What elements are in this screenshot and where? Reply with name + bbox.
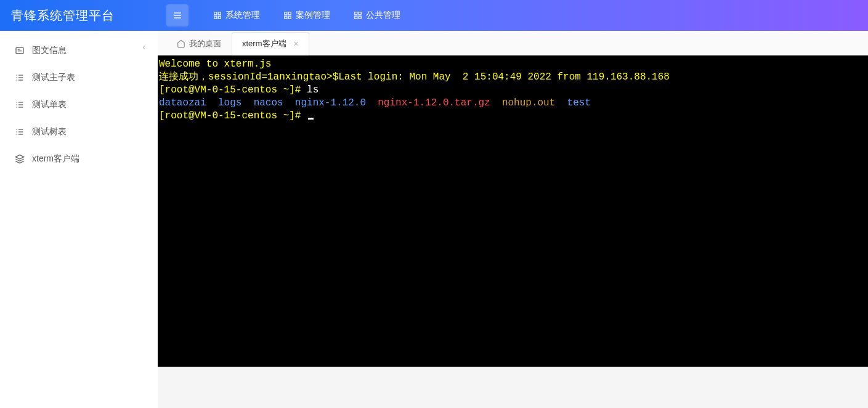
sidebar-item-image-text[interactable]: 图文信息 [0, 37, 158, 64]
svg-rect-4 [218, 12, 221, 15]
sidebar-item-label: 测试树表 [32, 126, 67, 137]
ls-dir: logs [218, 97, 241, 108]
nav-label: 案例管理 [296, 10, 330, 21]
svg-rect-14 [359, 16, 361, 18]
sidebar-item-xterm[interactable]: xterm客户端 [0, 145, 158, 173]
list-icon [15, 100, 25, 110]
ls-dir: nacos [254, 97, 283, 108]
terminal-cursor [308, 118, 314, 120]
svg-rect-3 [214, 12, 217, 15]
sidebar-item-label: xterm客户端 [32, 153, 79, 165]
ls-archive: nginx-1.12.0.tar.gz [378, 97, 490, 108]
tab-xterm[interactable]: xterm客户端 × [232, 32, 309, 55]
stack-icon [15, 154, 25, 164]
sidebar-item-label: 测试主子表 [32, 72, 75, 83]
sidebar-toggle-button[interactable] [166, 4, 189, 27]
home-icon [177, 39, 185, 48]
top-nav: 系统管理 案例管理 公共管理 [213, 10, 400, 21]
nav-label: 公共管理 [366, 10, 400, 21]
terminal-prompt: [root@VM-0-15-centos ~]# [159, 84, 307, 96]
list-icon [15, 73, 25, 83]
svg-rect-8 [288, 12, 291, 15]
svg-rect-6 [218, 16, 221, 18]
terminal-prompt: [root@VM-0-15-centos ~]# [159, 110, 307, 121]
svg-rect-12 [359, 12, 361, 15]
tab-desktop[interactable]: 我的桌面 [166, 32, 232, 55]
sidebar-item-label: 测试单表 [32, 99, 67, 110]
sidebar-item-master-child[interactable]: 测试主子表 [0, 64, 158, 91]
terminal-command: ls [307, 84, 318, 96]
terminal-output[interactable]: Welcome to xterm.js 连接成功，sessionId=1anxi… [158, 55, 868, 367]
terminal-line: 连接成功，sessionId=1anxingtao>$Last login: M… [159, 71, 670, 83]
card-icon [15, 46, 25, 55]
svg-marker-36 [15, 155, 23, 159]
top-header: 青锋系统管理平台 系统管理 案例管理 公共管理 [0, 0, 868, 31]
close-icon[interactable]: × [294, 39, 299, 49]
tab-bar: 我的桌面 xterm客户端 × [158, 31, 868, 55]
ls-dir: test [567, 97, 591, 108]
menu-icon [172, 10, 182, 20]
main-area: 我的桌面 xterm客户端 × Welcome to xterm.js 连接成功… [158, 31, 868, 408]
sidebar-item-tree-table[interactable]: 测试树表 [0, 118, 158, 145]
sidebar: 图文信息 测试主子表 测试单表 测试树表 xterm客户端 [0, 31, 158, 408]
grid-icon [354, 11, 362, 20]
svg-rect-9 [285, 16, 287, 18]
sidebar-item-label: 图文信息 [32, 45, 67, 56]
tab-label: 我的桌面 [189, 38, 221, 49]
sidebar-item-single-table[interactable]: 测试单表 [0, 91, 158, 118]
svg-rect-10 [288, 16, 291, 18]
tab-label: xterm客户端 [242, 38, 286, 49]
svg-rect-7 [285, 12, 287, 15]
nav-label: 系统管理 [225, 10, 260, 21]
ls-dir: nginx-1.12.0 [295, 97, 366, 108]
app-logo: 青锋系统管理平台 [0, 7, 158, 24]
ls-file: nohup.out [502, 97, 555, 108]
svg-rect-13 [355, 16, 357, 18]
svg-rect-11 [355, 12, 357, 15]
grid-icon [283, 11, 292, 20]
nav-item-public[interactable]: 公共管理 [354, 10, 400, 21]
grid-icon [213, 11, 222, 20]
chevron-left-icon[interactable] [140, 43, 148, 53]
nav-item-case[interactable]: 案例管理 [283, 10, 330, 21]
svg-rect-5 [214, 16, 217, 18]
list-icon [15, 127, 25, 137]
nav-item-system[interactable]: 系统管理 [213, 10, 260, 21]
terminal-line: Welcome to xterm.js [159, 59, 271, 70]
ls-dir: dataozai [159, 97, 206, 108]
